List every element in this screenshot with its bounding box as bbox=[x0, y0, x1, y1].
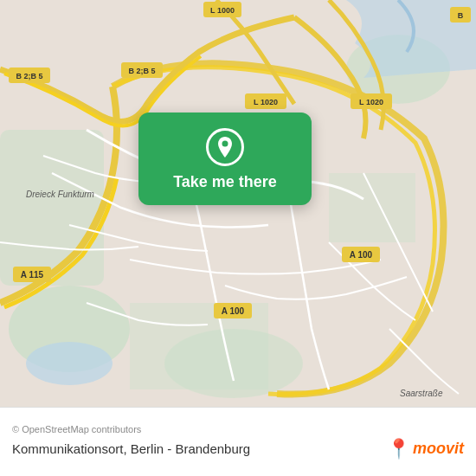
svg-text:Dreieck Funkturm: Dreieck Funkturm bbox=[26, 190, 94, 199]
map-container: A 100 A 100 A 115 B 2;B 5 B 2;B 5 L 1020… bbox=[0, 0, 476, 407]
svg-rect-2 bbox=[0, 130, 104, 286]
location-row: Kommunikationsort, Berlin - Brandenburg … bbox=[12, 438, 464, 460]
location-label: Kommunikationsort, Berlin - Brandenburg bbox=[12, 441, 250, 456]
moovit-pin-icon: 📍 bbox=[387, 438, 410, 460]
svg-point-7 bbox=[26, 342, 113, 385]
svg-text:A 115: A 115 bbox=[21, 270, 44, 280]
copyright-text: © OpenStreetMap contributors bbox=[12, 424, 464, 434]
bottom-bar: © OpenStreetMap contributors Kommunikati… bbox=[0, 407, 476, 476]
location-icon-container bbox=[206, 128, 244, 166]
location-pin-icon bbox=[215, 135, 235, 159]
svg-text:L 1020: L 1020 bbox=[359, 98, 383, 106]
svg-text:B 2;B 5: B 2;B 5 bbox=[128, 67, 155, 75]
svg-text:L 1020: L 1020 bbox=[254, 98, 278, 106]
svg-text:Saarstraße: Saarstraße bbox=[400, 389, 443, 398]
svg-text:A 100: A 100 bbox=[350, 250, 373, 260]
svg-point-28 bbox=[222, 141, 228, 147]
navigation-popup[interactable]: Take me there bbox=[138, 113, 312, 205]
svg-text:B: B bbox=[458, 11, 464, 20]
popup-label: Take me there bbox=[173, 173, 277, 191]
moovit-brand-text: moovit bbox=[413, 440, 464, 458]
svg-text:A 100: A 100 bbox=[222, 306, 245, 316]
svg-text:B 2;B 5: B 2;B 5 bbox=[16, 72, 42, 80]
svg-text:L 1000: L 1000 bbox=[210, 6, 235, 15]
moovit-logo: 📍 moovit bbox=[387, 438, 464, 460]
svg-rect-4 bbox=[329, 173, 415, 242]
